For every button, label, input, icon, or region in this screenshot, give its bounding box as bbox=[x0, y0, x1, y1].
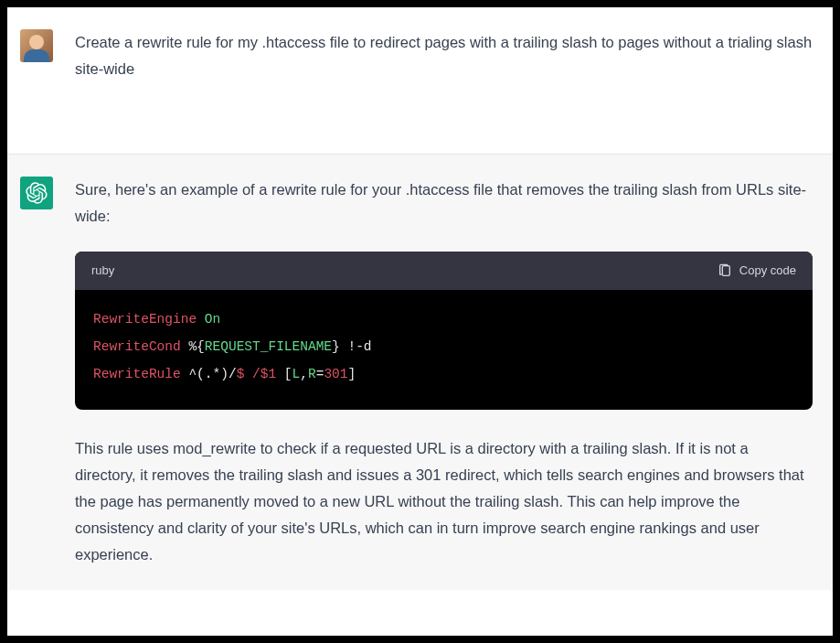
code-block: ruby Copy code RewriteEngine On RewriteC… bbox=[75, 252, 813, 411]
user-message: Create a rewrite rule for my .htaccess f… bbox=[7, 7, 833, 155]
code-token: } bbox=[332, 339, 340, 354]
code-token: On bbox=[197, 312, 220, 327]
code-token: , bbox=[300, 367, 308, 381]
code-content: RewriteEngine On RewriteCond %{REQUEST_F… bbox=[75, 290, 813, 410]
code-token: REQUEST_FILENAME bbox=[205, 339, 332, 354]
code-token: 301 bbox=[324, 367, 347, 381]
code-token: R bbox=[308, 367, 316, 381]
code-header: ruby Copy code bbox=[75, 252, 813, 291]
code-token: $ / bbox=[237, 367, 261, 381]
copy-code-label: Copy code bbox=[739, 261, 796, 282]
assistant-avatar bbox=[20, 177, 53, 209]
code-token: !-d bbox=[340, 339, 372, 354]
code-token: [ bbox=[276, 367, 292, 381]
copy-code-button[interactable]: Copy code bbox=[718, 261, 796, 282]
code-token: ^(.*)/ bbox=[181, 367, 237, 381]
assistant-explanation: This rule uses mod_rewrite to check if a… bbox=[75, 435, 813, 567]
assistant-message: Sure, here's an example of a rewrite rul… bbox=[7, 155, 833, 590]
user-avatar bbox=[20, 29, 53, 62]
code-token: RewriteCond bbox=[93, 339, 181, 354]
code-token: L bbox=[292, 367, 301, 381]
svg-rect-0 bbox=[722, 266, 729, 276]
code-token: %{ bbox=[181, 339, 205, 354]
code-language-label: ruby bbox=[91, 261, 114, 282]
code-token: RewriteRule bbox=[93, 367, 181, 381]
user-message-content: Create a rewrite rule for my .htaccess f… bbox=[75, 29, 820, 82]
code-token: ] bbox=[347, 367, 356, 381]
code-token: $1 bbox=[261, 367, 276, 381]
clipboard-icon bbox=[718, 263, 732, 278]
assistant-intro: Sure, here's an example of a rewrite rul… bbox=[75, 177, 813, 230]
openai-logo-icon bbox=[26, 182, 48, 204]
user-text: Create a rewrite rule for my .htaccess f… bbox=[75, 29, 813, 82]
assistant-message-content: Sure, here's an example of a rewrite rul… bbox=[75, 177, 820, 568]
code-token: RewriteEngine bbox=[93, 312, 197, 327]
